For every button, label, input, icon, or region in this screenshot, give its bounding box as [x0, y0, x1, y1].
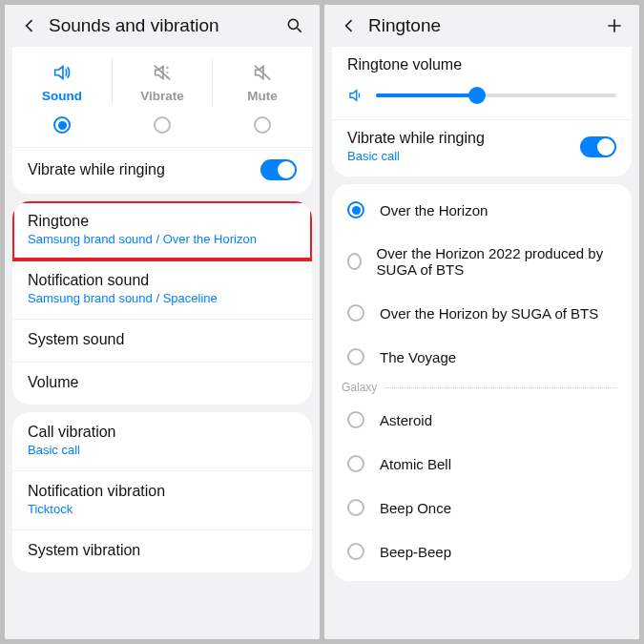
ringtone-item[interactable]: Over the Horizon 2022 produced by SUGA o…	[332, 232, 632, 291]
ringtone-radio[interactable]	[347, 348, 364, 365]
sound-settings-card: Ringtone Samsung brand sound / Over the …	[12, 201, 312, 405]
vibrate-while-ringing-switch[interactable]	[260, 159, 297, 180]
ringtone-radio[interactable]	[347, 455, 364, 472]
ringtone-item[interactable]: The Voyage	[332, 335, 632, 379]
mode-mute[interactable]: Mute	[213, 58, 312, 105]
ringtone-row[interactable]: Ringtone Samsung brand sound / Over the …	[12, 201, 312, 260]
ringtone-volume-slider[interactable]	[376, 93, 616, 97]
sounds-and-vibration-screen: Sounds and vibration Sound Vibrate Mute	[5, 5, 320, 639]
ringtone-list-card: Over the Horizon Over the Horizon 2022 p…	[332, 184, 632, 581]
page-title: Sounds and vibration	[49, 15, 283, 36]
ringtone-item[interactable]: Asteroid	[332, 398, 632, 442]
ringtone-radio[interactable]	[347, 304, 364, 322]
mode-vibrate[interactable]: Vibrate	[113, 58, 213, 105]
ringtone-item[interactable]: Beep-Beep	[332, 530, 632, 573]
ringtone-radio[interactable]	[347, 411, 364, 428]
system-sound-row[interactable]: System sound	[12, 319, 312, 362]
vibrate-icon	[152, 62, 173, 83]
slider-thumb[interactable]	[468, 87, 486, 104]
notification-sound-row[interactable]: Notification sound Samsung brand sound /…	[12, 260, 312, 319]
ringtone-volume-card: Ringtone volume Vibrate while ringing Ba…	[332, 47, 632, 177]
vibrate-while-ringing-row[interactable]: Vibrate while ringing	[12, 147, 312, 194]
radio-vibrate[interactable]	[154, 116, 171, 134]
page-title: Ringtone	[368, 15, 603, 36]
header: Sounds and vibration	[5, 5, 320, 47]
vibrate-while-ringing-switch[interactable]	[580, 136, 616, 157]
ringtone-screen: Ringtone Ringtone volume Vibrate while r…	[324, 5, 639, 639]
back-icon[interactable]	[338, 14, 361, 37]
svg-point-0	[288, 19, 298, 29]
add-icon[interactable]	[603, 14, 626, 37]
mode-radio-row	[12, 111, 312, 147]
vibration-settings-card: Call vibration Basic call Notification v…	[12, 412, 312, 572]
ringtone-item[interactable]: Atomic Bell	[332, 442, 632, 486]
ringtone-item[interactable]: Beep Once	[332, 486, 632, 530]
notification-vibration-row[interactable]: Notification vibration Ticktock	[12, 470, 312, 530]
volume-icon	[347, 87, 364, 104]
ringtone-item[interactable]: Over the Horizon by SUGA of BTS	[332, 291, 632, 335]
sound-mode-row: Sound Vibrate Mute	[12, 47, 312, 111]
mute-icon	[252, 62, 273, 83]
radio-mute[interactable]	[254, 116, 271, 134]
ringtone-radio[interactable]	[347, 253, 362, 270]
ringtone-radio[interactable]	[347, 499, 364, 516]
system-vibration-row[interactable]: System vibration	[12, 530, 312, 572]
radio-sound[interactable]	[53, 116, 71, 134]
vibrate-while-ringing-row[interactable]: Vibrate while ringing Basic call	[332, 119, 632, 177]
ringtone-volume-label: Ringtone volume	[347, 56, 616, 73]
mode-sound[interactable]: Sound	[12, 58, 113, 105]
ringtone-radio[interactable]	[347, 201, 364, 218]
ringtone-radio[interactable]	[347, 543, 364, 560]
search-icon[interactable]	[283, 14, 306, 37]
sound-mode-card: Sound Vibrate Mute Vibrate while ringing	[12, 47, 312, 194]
back-icon[interactable]	[18, 14, 41, 37]
call-vibration-row[interactable]: Call vibration Basic call	[12, 412, 312, 470]
sound-icon	[52, 62, 73, 83]
volume-row[interactable]: Volume	[12, 362, 312, 405]
header: Ringtone	[324, 5, 639, 47]
section-separator: Galaxy	[332, 379, 632, 398]
ringtone-item[interactable]: Over the Horizon	[332, 188, 632, 232]
